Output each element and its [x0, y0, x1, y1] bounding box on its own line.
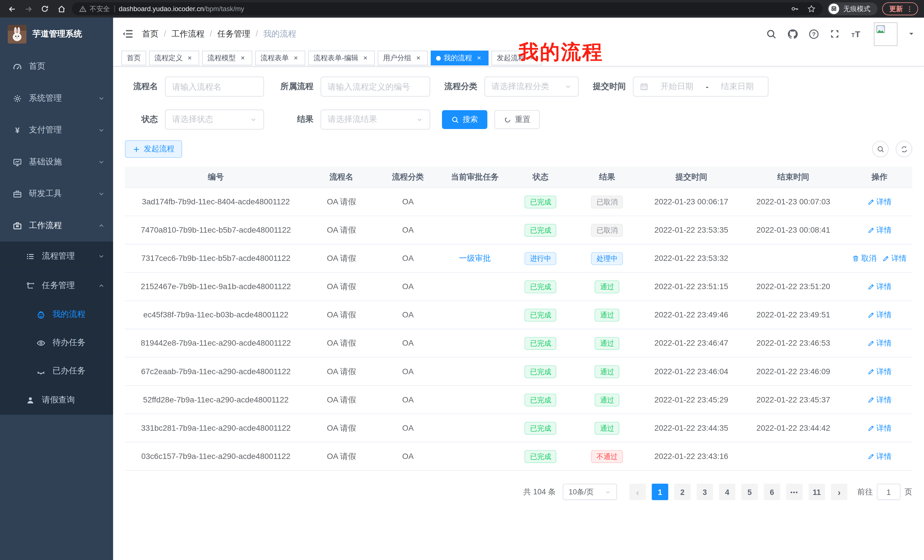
detail-action[interactable]: 详情 [867, 423, 892, 433]
hamburger-icon[interactable] [123, 28, 134, 39]
category-select[interactable]: 请选择流程分类 [484, 76, 579, 96]
close-icon[interactable]: × [292, 54, 300, 62]
status-tag: 已完成 [525, 422, 556, 434]
help-icon[interactable]: ? [808, 28, 819, 39]
page-button[interactable]: 2 [674, 484, 691, 500]
menu-dots-icon[interactable] [906, 5, 914, 13]
page-button[interactable]: 5 [741, 484, 758, 500]
github-icon[interactable] [787, 28, 798, 39]
definition-input[interactable] [327, 82, 423, 91]
svg-text:T: T [855, 29, 860, 39]
avatar[interactable] [874, 22, 898, 46]
update-button[interactable]: 更新 [882, 2, 918, 15]
sidebar-item[interactable]: 首页 [0, 51, 113, 82]
detail-action[interactable]: 详情 [867, 281, 892, 292]
page-button[interactable]: 11 [808, 484, 825, 500]
result-label: 结果 [278, 114, 314, 125]
security-chip[interactable]: 不安全 [79, 4, 110, 13]
sidebar-item[interactable]: 待办任务 [0, 329, 113, 357]
goto-page-input[interactable] [877, 484, 901, 500]
sidebar-item[interactable]: 我的流程 [0, 301, 113, 329]
detail-action[interactable]: 详情 [867, 451, 892, 461]
prev-page-button[interactable]: ‹ [629, 484, 646, 500]
breadcrumb-item[interactable]: 首页 [142, 28, 159, 38]
star-icon[interactable] [807, 5, 816, 13]
tab-item[interactable]: 流程模型× [202, 51, 252, 65]
home-icon[interactable] [56, 3, 67, 15]
create-process-button[interactable]: 发起流程 [125, 140, 182, 158]
status: 已完成 [510, 450, 572, 463]
search-button[interactable]: 搜索 [442, 110, 488, 129]
key-icon[interactable] [791, 5, 799, 13]
result-select[interactable]: 请选择流结果 [321, 109, 430, 130]
end-time: 2022-01-23 00:07:03 [740, 197, 847, 206]
sidebar-item-label: 请假查询 [42, 395, 75, 405]
tab-item[interactable]: 流程定义× [149, 51, 199, 65]
page-button[interactable]: 1 [652, 484, 669, 500]
edit-icon [867, 340, 874, 347]
sidebar-item-label: 研发工具 [29, 189, 62, 199]
caret-down-icon[interactable] [908, 30, 915, 37]
close-icon[interactable]: × [186, 54, 194, 62]
detail-action[interactable]: 详情 [867, 310, 892, 320]
date-range-picker[interactable]: 开始日期 - 结束日期 [633, 76, 769, 96]
close-icon[interactable]: × [414, 54, 423, 62]
sidebar-item[interactable]: 系统管理 [0, 82, 113, 114]
page-button[interactable]: 6 [764, 484, 780, 500]
detail-action[interactable]: 详情 [867, 338, 892, 349]
sidebar-item[interactable]: 流程管理 [0, 241, 113, 271]
tab-active[interactable]: 我的流程× [431, 51, 489, 65]
sidebar-item[interactable]: 研发工具 [0, 178, 113, 210]
fullscreen-icon[interactable] [830, 29, 840, 39]
detail-action[interactable]: 详情 [867, 366, 892, 377]
detail-action[interactable]: 详情 [867, 196, 892, 207]
calendar-icon [640, 82, 648, 91]
sidebar-item[interactable]: ¥支付管理 [0, 114, 113, 146]
date-separator: - [706, 82, 709, 91]
detail-action[interactable]: 详情 [882, 253, 907, 264]
eye-icon [36, 338, 45, 347]
sidebar-item[interactable]: 工作流程 [0, 210, 113, 241]
status-select[interactable]: 请选择状态 [165, 109, 264, 130]
reset-button[interactable]: 重置 [495, 110, 540, 129]
close-icon[interactable]: × [239, 54, 247, 62]
current-task-link[interactable]: 一级审批 [459, 253, 490, 262]
close-icon[interactable]: × [361, 54, 369, 62]
detail-action[interactable]: 详情 [867, 225, 892, 235]
process-id: 7470a810-7b9b-11ec-b5b7-acde48001122 [125, 226, 307, 234]
tab-item[interactable]: 用户分组× [378, 51, 428, 65]
back-icon[interactable] [6, 3, 18, 15]
page-size-select[interactable]: 10条/页 [563, 484, 617, 500]
sidebar-item[interactable]: 基础设施 [0, 146, 113, 178]
edit-icon [867, 424, 874, 431]
sidebar-item[interactable]: 任务管理 [0, 271, 113, 300]
breadcrumb-item[interactable]: 工作流程 [171, 28, 204, 38]
tab-item[interactable]: 流程表单× [255, 51, 305, 65]
process-name: OA 请假 [307, 451, 376, 461]
process-id: 03c6c157-7b9a-11ec-a290-acde48001122 [125, 452, 307, 461]
page-button[interactable]: 3 [696, 484, 713, 500]
show-search-button[interactable] [872, 141, 889, 157]
url-text: dashboard.yudao.iocoder.cn/bpm/task/my [119, 5, 244, 13]
next-page-button[interactable]: › [831, 484, 848, 500]
process-name-input[interactable] [172, 82, 257, 91]
date-end-placeholder: 结束日期 [713, 81, 762, 92]
tab-item[interactable]: 流程表单-编辑× [308, 51, 375, 65]
address-bar[interactable]: 不安全 dashboard.yudao.iocoder.cn/bpm/task/… [72, 2, 823, 15]
font-size-icon[interactable]: TT [850, 28, 861, 39]
create-process-label: 发起流程 [144, 144, 174, 154]
forward-icon[interactable] [22, 3, 34, 15]
sidebar-item[interactable]: 已办任务 [0, 357, 113, 385]
search-icon[interactable] [766, 28, 777, 39]
pager-ellipsis[interactable]: ••• [786, 484, 802, 500]
cancel-action[interactable]: 取消 [852, 253, 877, 264]
detail-action[interactable]: 详情 [867, 394, 892, 405]
page-button[interactable]: 4 [719, 484, 735, 500]
actions: 详情 [847, 281, 912, 292]
sidebar-item[interactable]: 请假查询 [0, 385, 113, 415]
tab-item[interactable]: 首页 [122, 51, 146, 65]
refresh-table-button[interactable] [896, 141, 912, 157]
reload-icon[interactable] [39, 3, 51, 15]
close-icon[interactable]: × [475, 54, 483, 62]
breadcrumb-item[interactable]: 任务管理 [217, 28, 250, 38]
